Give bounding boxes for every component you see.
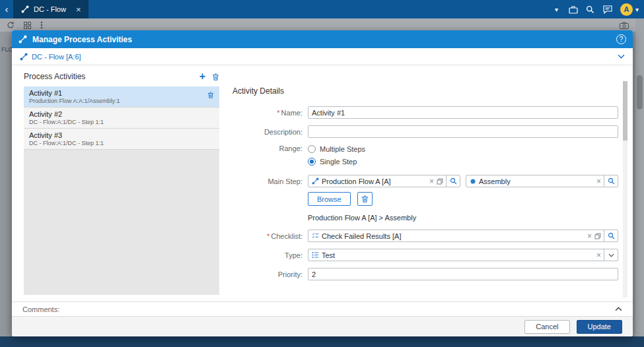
radio-icon[interactable] [308,145,316,153]
context-row: DC - Flow [A:6] [12,48,633,65]
avatar[interactable]: A [620,3,633,16]
flow-icon [312,177,319,185]
dialog-body: Process Activities + Activity #1 Product… [12,65,633,301]
details-scrollbar-thumb[interactable] [623,81,627,141]
browse-button[interactable]: Browse [308,192,351,206]
clear-icon[interactable]: × [427,177,437,186]
step-dot-icon [470,178,476,185]
delete-activity-icon[interactable] [212,73,219,81]
flow-icon [18,35,27,44]
tab-label: DC - Flow [34,5,66,13]
comments-section[interactable]: Comments: [12,301,633,316]
required-mark: * [277,109,279,117]
name-row: *Name: [230,106,618,119]
dialog-footer: Cancel Update [12,316,633,336]
briefcase-icon[interactable] [565,0,582,18]
activity-details-panel: Activity Details *Name: Description: [230,65,618,301]
priority-input[interactable] [308,268,618,280]
manage-process-activities-dialog: Manage Process Activities ? DC - Flow [A… [12,30,633,336]
activity-details-title: Activity Details [233,86,618,96]
priority-row: Priority: [230,268,618,280]
row-trash-icon[interactable] [207,91,214,99]
main-step-row: Main Step: Production Flow A [A] × [230,175,618,187]
required-mark: * [267,232,269,240]
app-window: ‹ DC - Flow × ▾ A ▾ [0,0,644,347]
clear-main-step-trash-button[interactable] [357,192,373,206]
description-row: Description: [230,125,618,138]
context-flow-link[interactable]: DC - Flow [A:6] [32,53,81,61]
checklist-combobox[interactable]: Check Failed Results [A] × [308,230,618,242]
activity-name: Activity #2 [29,110,202,118]
details-scrollbar[interactable] [623,81,627,298]
clear-icon[interactable]: × [594,251,604,260]
activity-subtitle: Production Flow A:A:1/Assembly:1 [29,98,202,104]
collapse-chevron-icon[interactable] [618,54,625,59]
checklist-label: Checklist: [271,232,303,240]
flow-icon [21,5,29,13]
range-row: Range: Multiple Steps Single Step [230,144,618,166]
dropdown-chevron-icon[interactable] [604,249,618,261]
list-item-activity-1[interactable]: Activity #1 Production Flow A:A:1/Assemb… [24,86,219,108]
name-label: Name: [281,109,303,117]
range-radio-group: Multiple Steps Single Step [308,144,365,166]
radio-multiple-steps[interactable]: Multiple Steps [308,145,365,153]
revisions-icon[interactable] [437,178,446,185]
main-step-flow-combobox[interactable]: Production Flow A [A] × [308,175,460,187]
help-icon[interactable]: ? [616,34,626,44]
type-combobox[interactable]: Test × [308,249,618,261]
radio-icon-selected[interactable] [308,158,316,166]
activity-name: Activity #1 [29,89,202,97]
name-input[interactable] [308,106,618,119]
radio-single-step[interactable]: Single Step [308,158,365,166]
radio-label: Single Step [320,158,357,166]
process-activities-panel: Process Activities + Activity #1 Product… [24,72,219,295]
tab-close-icon[interactable]: × [76,5,81,15]
chevron-up-icon[interactable] [615,307,622,311]
update-button[interactable]: Update [577,320,622,334]
comments-label: Comments: [22,305,59,313]
list-icon [312,251,319,259]
dialog-header: Manage Process Activities ? [12,30,633,48]
search-icon[interactable] [582,0,599,18]
radio-label: Multiple Steps [320,145,365,153]
titlebar: ‹ DC - Flow × ▾ A ▾ [0,0,644,18]
checklist-icon [312,232,319,239]
clear-icon[interactable]: × [594,177,604,186]
add-activity-icon[interactable]: + [193,72,212,81]
cancel-button[interactable]: Cancel [524,320,569,334]
search-icon[interactable] [446,175,460,187]
description-input[interactable] [308,125,618,138]
activity-subtitle: DC - Flow:A:1/DC - Step 1:1 [29,119,202,125]
activity-name: Activity #3 [29,131,202,139]
avatar-caret-icon[interactable]: ▾ [633,6,644,13]
main-step-path-text: Production Flow A [A] > Assembly [308,214,416,222]
dialog-title: Manage Process Activities [32,35,132,44]
revisions-icon[interactable] [594,233,604,239]
process-activities-header: Process Activities + [24,72,219,81]
browse-row: Browse [230,192,618,206]
back-chevron-icon[interactable]: ‹ [0,0,13,18]
type-value: Test [322,251,594,259]
caret-down-icon[interactable]: ▾ [548,6,565,13]
main-step-step-combobox[interactable]: Assembly × [466,175,618,187]
search-icon[interactable] [604,230,618,241]
type-row: Type: Test × [230,249,618,261]
description-label: Description: [230,128,308,136]
activity-subtitle: DC - Flow:A:1/DC - Step 1:1 [29,140,202,146]
flow-icon [20,53,28,61]
clear-icon[interactable]: × [585,232,594,241]
main-step-label: Main Step: [230,177,308,185]
list-item-activity-2[interactable]: Activity #2 DC - Flow:A:1/DC - Step 1:1 [24,108,219,129]
priority-label: Priority: [230,270,308,278]
list-item-activity-3[interactable]: Activity #3 DC - Flow:A:1/DC - Step 1:1 [24,129,219,150]
path-row: Production Flow A [A] > Assembly [230,214,618,222]
checklist-value: Check Failed Results [A] [322,232,585,240]
tab-dc-flow[interactable]: DC - Flow × [13,0,89,18]
type-label: Type: [230,251,308,259]
process-activities-title: Process Activities [24,72,85,81]
checklist-row: *Checklist: Check Failed Results [A] × [230,230,618,242]
chat-icon[interactable] [599,0,616,18]
main-step-step-value: Assembly [479,177,594,185]
search-icon[interactable] [604,175,618,187]
activity-list: Activity #1 Production Flow A:A:1/Assemb… [24,86,219,295]
